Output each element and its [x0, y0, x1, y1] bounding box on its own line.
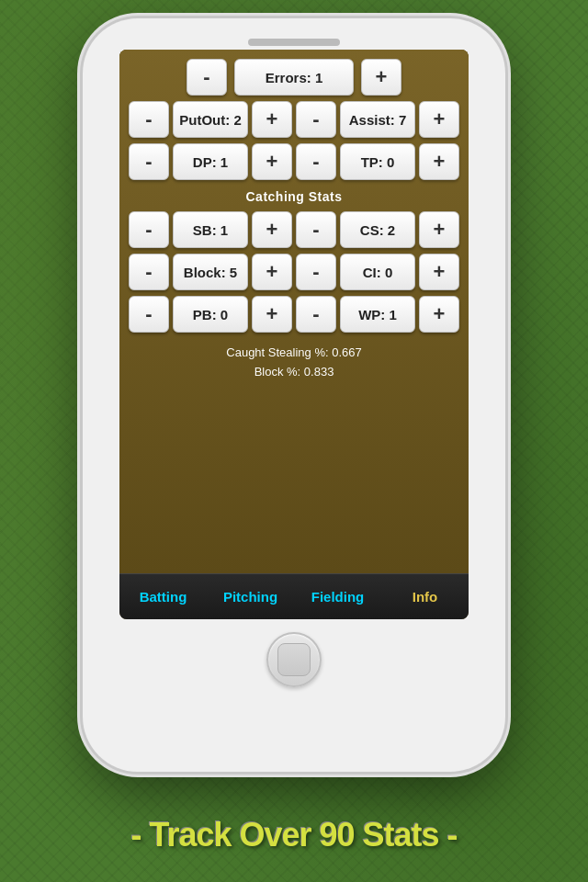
stats-area: - Errors: 1 + - PutOut: 2 + - Assist: 7 … — [119, 50, 469, 573]
errors-label: Errors: 1 — [234, 59, 354, 96]
pb-minus-btn[interactable]: - — [129, 296, 169, 333]
pb-plus-btn[interactable]: + — [252, 296, 292, 333]
putout-label: PutOut: 2 — [173, 101, 248, 138]
home-button-inner — [277, 643, 311, 676]
tab-pitching[interactable]: Pitching — [207, 578, 294, 616]
phone-device: - Errors: 1 + - PutOut: 2 + - Assist: 7 … — [83, 18, 505, 772]
ci-plus-btn[interactable]: + — [419, 254, 459, 290]
sb-plus-btn[interactable]: + — [252, 211, 292, 248]
wp-minus-btn[interactable]: - — [296, 296, 336, 333]
bottom-banner: - Track Over 90 Stats - — [0, 816, 588, 854]
caught-stealing-pct: Caught Stealing %: 0.667 — [129, 344, 459, 363]
cs-plus-btn[interactable]: + — [419, 211, 459, 248]
tp-label: TP: 0 — [340, 143, 415, 180]
assist-plus-btn[interactable]: + — [419, 101, 459, 138]
tab-info[interactable]: Info — [381, 578, 469, 616]
home-button[interactable] — [266, 632, 322, 687]
wp-label: WP: 1 — [340, 296, 415, 333]
sb-cs-row: - SB: 1 + - CS: 2 + — [129, 209, 459, 250]
stats-footer: Caught Stealing %: 0.667 Block %: 0.833 — [129, 336, 459, 386]
errors-row: - Errors: 1 + — [129, 57, 459, 97]
assist-minus-btn[interactable]: - — [296, 101, 336, 138]
dp-tp-row: - DP: 1 + - TP: 0 + — [129, 141, 459, 182]
assist-label: Assist: 7 — [340, 101, 415, 138]
tab-bar: Batting Pitching Fielding Info — [119, 573, 469, 619]
cs-label: CS: 2 — [340, 211, 415, 248]
tp-plus-btn[interactable]: + — [419, 143, 459, 180]
tab-fielding[interactable]: Fielding — [294, 578, 381, 616]
dp-plus-btn[interactable]: + — [252, 143, 292, 180]
dp-label: DP: 1 — [173, 143, 248, 180]
block-pct: Block %: 0.833 — [129, 363, 459, 382]
block-label: Block: 5 — [173, 254, 248, 290]
pb-wp-row: - PB: 0 + - WP: 1 + — [129, 294, 459, 334]
wp-plus-btn[interactable]: + — [419, 296, 459, 333]
putout-assist-row: - PutOut: 2 + - Assist: 7 + — [129, 99, 459, 140]
errors-plus-btn[interactable]: + — [361, 59, 401, 96]
ci-minus-btn[interactable]: - — [296, 254, 336, 290]
phone-speaker — [248, 39, 340, 46]
catching-stats-header: Catching Stats — [129, 184, 459, 208]
putout-plus-btn[interactable]: + — [252, 101, 292, 138]
tp-minus-btn[interactable]: - — [296, 143, 336, 180]
sb-minus-btn[interactable]: - — [129, 211, 169, 248]
sb-label: SB: 1 — [173, 211, 248, 248]
cs-minus-btn[interactable]: - — [296, 211, 336, 248]
ci-label: CI: 0 — [340, 254, 415, 290]
tab-batting[interactable]: Batting — [119, 578, 207, 616]
pb-label: PB: 0 — [173, 296, 248, 333]
block-ci-row: - Block: 5 + - CI: 0 + — [129, 252, 459, 292]
errors-minus-btn[interactable]: - — [187, 59, 227, 96]
block-plus-btn[interactable]: + — [252, 254, 292, 290]
block-minus-btn[interactable]: - — [129, 254, 169, 290]
putout-minus-btn[interactable]: - — [129, 101, 169, 138]
phone-screen: - Errors: 1 + - PutOut: 2 + - Assist: 7 … — [119, 50, 469, 619]
dp-minus-btn[interactable]: - — [129, 143, 169, 180]
